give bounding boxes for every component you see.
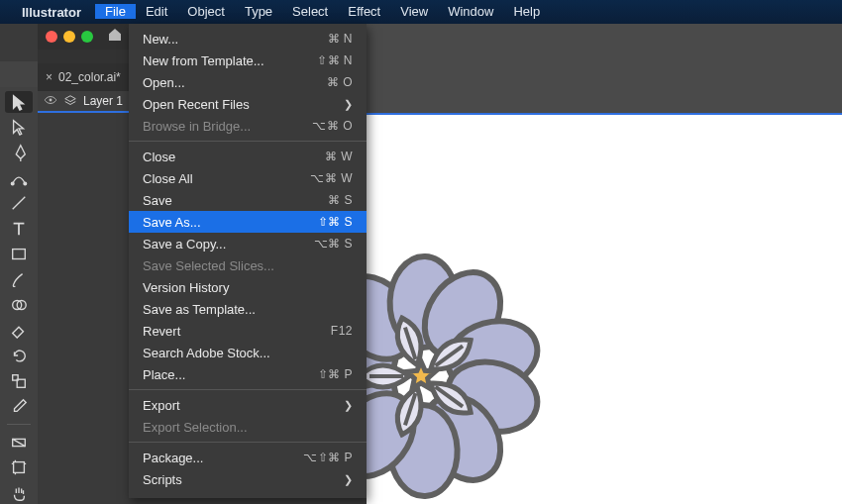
layer-stack-icon [63,94,77,108]
menu-item-browse-in-bridge: Browse in Bridge...⌥⌘ O [129,115,367,137]
menu-item-save[interactable]: Save⌘ S [129,189,367,211]
minimize-window-button[interactable] [63,31,75,43]
menu-item-label: Open Recent Files [143,97,250,112]
eraser-tool[interactable] [5,320,33,342]
menu-item-label: Version History [143,280,229,295]
menu-item-save-selected-slices: Save Selected Slices... [129,254,367,276]
menu-item-label: New... [143,32,178,47]
menu-shortcut: ⇧⌘ S [318,215,353,229]
menu-window[interactable]: Window [438,4,503,19]
svg-rect-3 [13,249,26,258]
menu-shortcut: ⌥⌘ O [312,119,353,133]
menu-item-label: Export Selection... [143,420,248,435]
menu-item-label: Save Selected Slices... [143,258,274,273]
menu-item-revert[interactable]: RevertF12 [129,320,367,342]
rotate-tool[interactable] [5,345,33,366]
text-tool[interactable] [5,218,33,240]
menu-item-label: Save as Template... [143,302,256,317]
menu-item-label: Close [143,150,175,164]
menu-item-save-as-template[interactable]: Save as Template... [129,298,367,320]
menu-shortcut: ⌘ O [327,75,353,89]
menu-file[interactable]: File [95,4,136,19]
menu-item-save-as[interactable]: Save As...⇧⌘ S [129,211,367,233]
selection-tool[interactable] [5,91,33,113]
curvature-tool[interactable] [5,167,33,189]
menu-shortcut: ⌥⇧⌘ P [303,451,353,464]
menu-item-label: Revert [143,324,180,339]
tool-separator [7,424,31,425]
menu-item-label: Browse in Bridge... [143,119,251,134]
mac-menubar: Illustrator FileEditObjectTypeSelectEffe… [0,0,842,24]
submenu-arrow-icon: ❯ [344,98,353,111]
scale-tool[interactable] [5,370,33,392]
svg-rect-9 [14,462,25,473]
menu-item-label: Place... [143,367,185,382]
menu-shortcut: ⌥⌘ S [314,237,353,251]
menu-item-close-all[interactable]: Close All⌥⌘ W [129,167,367,189]
menu-item-version-history[interactable]: Version History [129,276,367,298]
rectangle-tool[interactable] [5,244,33,265]
eyedropper-tool[interactable] [5,396,33,418]
svg-point-0 [50,98,53,101]
svg-point-1 [11,182,14,185]
gradient-tool[interactable] [5,432,33,454]
menu-item-label: Open... [143,75,185,90]
menu-item-open-recent-files[interactable]: Open Recent Files❯ [129,93,367,115]
menu-item-label: Save a Copy... [143,237,226,252]
menu-item-save-a-copy[interactable]: Save a Copy...⌥⌘ S [129,233,367,254]
menu-edit[interactable]: Edit [136,4,177,19]
menu-select[interactable]: Select [282,4,338,19]
menu-shortcut: ⌥⌘ W [310,171,353,185]
menu-item-label: Scripts [143,472,182,487]
close-window-button[interactable] [46,31,57,43]
tools-panel [0,87,38,504]
menu-item-label: New from Template... [143,53,264,68]
home-icon[interactable] [107,27,123,47]
menu-item-new[interactable]: New...⌘ N [129,28,367,50]
menu-help[interactable]: Help [503,4,550,19]
menu-type[interactable]: Type [235,4,282,19]
menu-item-label: Package... [143,451,203,465]
menu-effect[interactable]: Effect [338,4,390,19]
menu-shortcut: ⌘ S [328,193,353,207]
menu-shortcut: ⌘ W [325,150,353,163]
app-name: Illustrator [22,5,81,20]
menu-separator [129,442,367,443]
menu-item-label: Search Adobe Stock... [143,346,270,360]
hand-tool[interactable] [5,482,33,504]
menu-item-place[interactable]: Place...⇧⌘ P [129,363,367,385]
menu-item-close[interactable]: Close⌘ W [129,146,367,167]
document-tab-label[interactable]: 02_color.ai* [58,70,121,84]
menu-object[interactable]: Object [177,4,235,19]
zoom-window-button[interactable] [81,31,93,43]
layer-name[interactable]: Layer 1 [83,94,123,108]
tab-close-icon[interactable]: × [46,70,53,84]
menu-item-export-selection: Export Selection... [129,416,367,438]
menu-item-scripts[interactable]: Scripts❯ [129,468,367,490]
pen-tool[interactable] [5,142,33,163]
menu-item-label: Close All [143,171,193,186]
svg-point-2 [24,182,27,185]
traffic-lights [46,31,93,43]
menu-item-label: Save [143,193,172,208]
menu-view[interactable]: View [390,4,438,19]
brush-tool[interactable] [5,268,33,290]
menu-item-label: Export [143,398,180,413]
line-tool[interactable] [5,193,33,215]
menu-item-package[interactable]: Package...⌥⇧⌘ P [129,447,367,468]
menu-shortcut: ⇧⌘ N [317,53,353,67]
direct-selection-tool[interactable] [5,117,33,139]
menu-shortcut: F12 [331,324,353,338]
visibility-eye-icon[interactable] [44,93,57,110]
menu-shortcut: ⌘ N [328,32,354,46]
artboard-tool[interactable] [5,457,33,479]
menu-item-new-from-template[interactable]: New from Template...⇧⌘ N [129,50,367,71]
shape-builder-tool[interactable] [5,294,33,316]
menu-item-open[interactable]: Open...⌘ O [129,71,367,93]
menu-separator [129,141,367,142]
menu-item-export[interactable]: Export❯ [129,394,367,416]
menu-item-search-adobe-stock[interactable]: Search Adobe Stock... [129,342,367,363]
submenu-arrow-icon: ❯ [344,399,353,412]
pasteboard [367,24,842,113]
menu-item-label: Save As... [143,215,201,230]
